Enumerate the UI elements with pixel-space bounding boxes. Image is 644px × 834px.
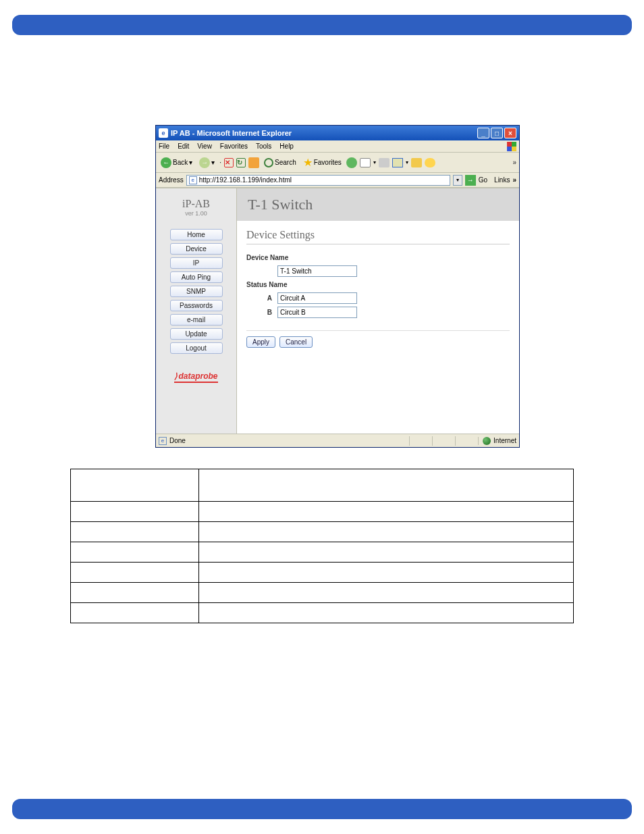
menu-favorites[interactable]: Favorites [220,142,248,150]
table-cell [199,469,574,502]
window-titlebar: e IP AB - Microsoft Internet Explorer _ … [156,126,519,140]
favorites-label: Favorites [314,159,342,166]
search-button[interactable]: Search [262,157,298,169]
go-button[interactable]: → [465,175,476,186]
table-row [71,542,574,563]
menu-edit[interactable]: Edit [178,142,189,150]
url-input[interactable]: e http://192.168.1.199/index.html [186,175,450,186]
toolbar-overflow-icon[interactable]: » [512,159,516,166]
chevron-down-icon: ▾ [373,159,376,165]
settings-section: Device Settings Device Name Status Name … [237,221,519,356]
main-panel: T-1 Switch Device Settings Device Name S… [237,188,519,434]
nav-passwords[interactable]: Passwords [170,300,223,311]
version-label: ver 1.00 [160,210,232,217]
edit-icon[interactable] [392,158,403,167]
stop-icon[interactable]: ✕ [224,158,234,167]
url-dropdown-icon[interactable]: ▾ [453,175,462,186]
messenger-icon[interactable] [425,158,435,167]
chevron-down-icon: ▾ [406,159,408,165]
page-icon: e [189,176,197,184]
status-b-label: B [263,309,272,316]
print-icon[interactable] [379,158,390,167]
windows-flag-icon [507,142,516,151]
table-cell [199,563,574,583]
folder-icon[interactable] [411,158,422,167]
menu-view[interactable]: View [197,142,212,150]
app-content: iP-AB ver 1.00 Home Device IP Auto Ping … [156,188,519,434]
form-buttons: Apply Cancel [246,330,510,348]
page-header: T-1 Switch [237,188,519,221]
table-cell [71,583,199,603]
table-cell [71,563,199,583]
table-row [71,502,574,522]
brand-title: iP-AB [160,198,232,210]
table-row [71,563,574,583]
table-cell [199,542,574,563]
device-name-input[interactable] [277,265,357,277]
favorites-button[interactable]: ★ Favorites [301,155,344,170]
status-bar: e Done Internet [156,434,519,447]
maximize-button[interactable]: □ [491,128,503,138]
status-segment [432,436,455,446]
minimize-button[interactable]: _ [477,128,489,138]
zone-label: Internet [493,437,516,444]
links-overflow-icon[interactable]: » [512,176,516,184]
browser-window: e IP AB - Microsoft Internet Explorer _ … [155,125,520,448]
table-row [71,522,574,542]
table-cell [199,522,574,542]
search-label: Search [275,159,296,166]
go-label: Go [479,176,487,184]
back-button[interactable]: ← Back ▾ [159,156,194,170]
table-cell [199,502,574,522]
nav-email[interactable]: e-mail [170,314,223,325]
status-text: Done [169,437,186,444]
forward-button[interactable]: → ▾ [197,156,217,170]
menu-tools[interactable]: Tools [256,142,271,150]
back-label: Back [173,159,188,166]
nav-home[interactable]: Home [170,229,223,240]
address-bar: Address e http://192.168.1.199/index.htm… [156,173,519,188]
table-cell [71,469,199,502]
status-a-input[interactable] [277,292,357,304]
section-title: Device Settings [246,229,510,244]
page-icon: e [159,437,167,445]
table-cell [71,542,199,563]
table-cell [71,522,199,542]
menu-help[interactable]: Help [279,142,294,150]
nav-device[interactable]: Device [170,243,223,255]
table-cell [71,603,199,623]
menu-file[interactable]: File [159,142,169,150]
close-button[interactable]: × [504,128,516,138]
mail-icon[interactable] [360,158,371,167]
status-a-label: A [263,294,272,302]
table-row [71,469,574,502]
nav-update[interactable]: Update [170,328,223,340]
table-cell [199,603,574,623]
nav-logout[interactable]: Logout [170,342,223,354]
address-label: Address [159,176,184,184]
status-b-input[interactable] [277,307,357,318]
links-label[interactable]: Links [494,176,510,184]
table-row [71,583,574,603]
status-segment [455,436,478,446]
window-title: IP AB - Microsoft Internet Explorer [171,129,476,137]
nav-ip[interactable]: IP [170,257,223,269]
star-icon: ★ [303,156,313,169]
security-zone: Internet [478,437,516,445]
back-icon: ← [161,157,171,168]
apply-button[interactable]: Apply [246,336,275,348]
globe-icon [483,437,491,445]
nav-snmp[interactable]: SNMP [170,286,223,297]
media-icon[interactable] [346,157,357,168]
table-row [71,603,574,623]
dataprobe-logo: dataprobe [174,371,217,383]
page-title: T-1 Switch [248,196,313,213]
page-footer-bar [12,799,632,819]
menu-bar: File Edit View Favorites Tools Help [156,140,519,153]
chevron-down-icon: ▾ [211,159,215,166]
page-header-bar [12,15,632,35]
home-icon[interactable] [248,157,259,168]
cancel-button[interactable]: Cancel [279,336,313,348]
refresh-icon[interactable]: ↻ [236,158,246,167]
nav-autoping[interactable]: Auto Ping [170,271,223,283]
